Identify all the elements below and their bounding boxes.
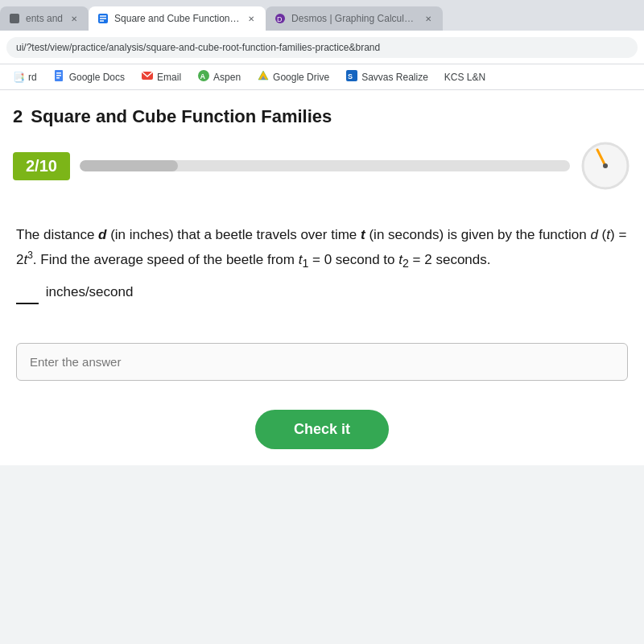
page-title: Square and Cube Function Families <box>31 106 332 127</box>
bookmark-savvas[interactable]: S Savvas Realize <box>339 67 435 87</box>
bookmark-docs[interactable]: Google Docs <box>47 67 131 87</box>
bookmark-drive-label: Google Drive <box>273 72 329 83</box>
bookmark-savvas-icon: S <box>345 69 358 85</box>
tab-ents-label: ents and <box>26 13 63 24</box>
svg-rect-0 <box>10 14 19 23</box>
bookmark-email-label: Email <box>157 72 181 83</box>
bookmark-aspen[interactable]: A Aspen <box>191 67 247 87</box>
svg-text:S: S <box>348 72 353 80</box>
svg-point-21 <box>603 163 608 168</box>
tab-desmos-label: Desmos | Graphing Calculator <box>291 13 417 24</box>
bookmark-kcs-label: KCS L&N <box>444 72 485 83</box>
bookmark-docs-icon <box>53 69 66 85</box>
bookmark-rd-icon: 📑 <box>13 72 25 83</box>
tab-ents-close[interactable]: ✕ <box>68 12 80 25</box>
question-header: 2/10 <box>13 140 631 192</box>
bookmark-email[interactable]: Email <box>134 67 188 87</box>
tab-practice-label: Square and Cube Function Fam <box>114 13 240 24</box>
svg-rect-8 <box>56 72 61 74</box>
tab-bar: ents and ✕ Square and Cube Function Fam … <box>0 0 644 31</box>
tab-practice[interactable]: Square and Cube Function Fam ✕ <box>89 6 266 31</box>
page-title-area: 2 Square and Cube Function Families <box>13 106 631 127</box>
bookmark-aspen-icon: A <box>197 69 210 85</box>
question-body: The distance d (in inches) that a beetle… <box>13 208 631 320</box>
bookmark-drive-icon <box>257 69 270 85</box>
bookmark-aspen-label: Aspen <box>213 72 241 83</box>
progress-bar-bg <box>80 160 570 171</box>
address-bar[interactable]: ui/?test/view/practice/analysis/square-a… <box>6 37 638 58</box>
tab-practice-icon <box>97 12 109 25</box>
unit-label: inches/second <box>46 284 134 299</box>
answer-input[interactable] <box>16 343 628 381</box>
svg-text:D: D <box>277 15 283 23</box>
svg-rect-9 <box>56 75 61 76</box>
score-badge: 2/10 <box>13 152 70 180</box>
function-expr: d <box>590 227 597 242</box>
bookmark-rd[interactable]: 📑 rd <box>6 69 43 85</box>
answer-input-area <box>13 343 631 381</box>
tab-practice-close[interactable]: ✕ <box>245 12 258 25</box>
tab-desmos[interactable]: D Desmos | Graphing Calculator ✕ <box>266 6 443 31</box>
var-t: t <box>361 227 365 242</box>
check-it-button[interactable]: Check it <box>255 410 389 449</box>
tab-desmos-icon: D <box>274 12 287 25</box>
timer-circle <box>580 140 631 192</box>
progress-bar-fill <box>80 160 178 171</box>
page-content: 2 Square and Cube Function Families 2/10… <box>0 90 644 465</box>
function-arg: t <box>606 227 610 242</box>
bookmark-savvas-label: Savvas Realize <box>361 72 428 83</box>
address-bar-area: ui/?test/view/practice/analysis/square-a… <box>0 31 644 64</box>
bookmark-rd-label: rd <box>28 72 37 83</box>
tab-ents[interactable]: ents and ✕ <box>0 6 89 31</box>
bookmark-email-icon <box>141 69 154 85</box>
svg-rect-10 <box>56 77 60 79</box>
bookmark-docs-label: Google Docs <box>69 72 125 83</box>
tab-desmos-close[interactable]: ✕ <box>422 12 435 25</box>
tab-ents-icon <box>8 12 21 25</box>
svg-text:A: A <box>200 72 206 80</box>
bookmark-drive[interactable]: Google Drive <box>250 67 336 87</box>
answer-blank <box>16 303 39 304</box>
bookmark-kcs[interactable]: KCS L&N <box>438 69 492 85</box>
bookmarks-bar: 📑 rd Google Docs Email A Aspen Google Dr… <box>0 64 644 90</box>
var-d: d <box>98 227 106 242</box>
page-number: 2 <box>13 106 23 127</box>
check-button-area: Check it <box>13 410 631 449</box>
